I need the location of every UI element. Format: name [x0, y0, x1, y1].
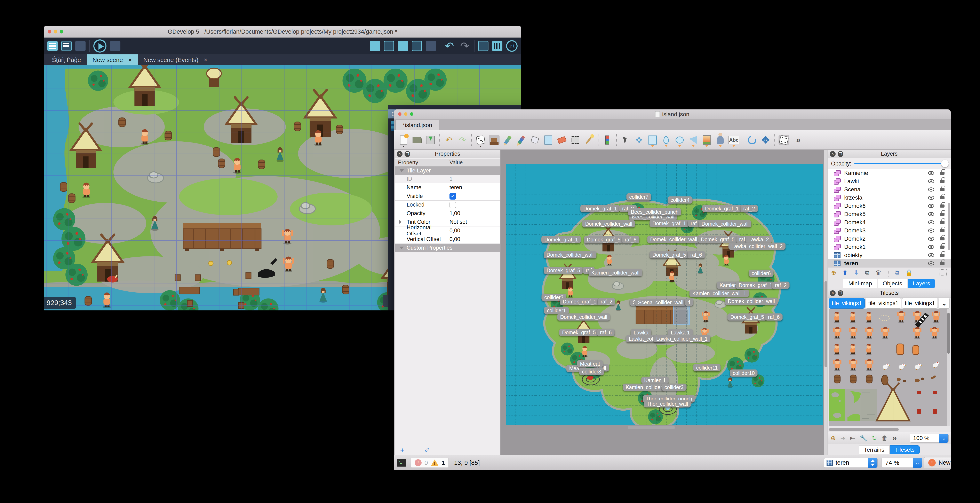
new-file-icon[interactable]: ⌄ — [398, 135, 409, 145]
float-panel-icon[interactable]: ❐ — [838, 151, 843, 157]
object-name-label[interactable]: collider6 — [749, 270, 774, 277]
new-layer-icon[interactable]: ⊕ — [831, 269, 836, 276]
object-name-label[interactable]: Domek_graf_5 — [559, 329, 599, 336]
export-icon[interactable] — [75, 41, 86, 51]
property-row[interactable]: Opacity 1,00 — [395, 209, 500, 218]
object-name-label[interactable]: Domek_graf_1 — [541, 236, 581, 243]
object-name-label[interactable]: collider8 — [579, 368, 604, 375]
select-object-icon[interactable] — [620, 135, 631, 145]
close-tab-icon[interactable]: × — [128, 56, 132, 64]
object-name-label[interactable]: Scena_collider_wall — [635, 299, 686, 306]
tileset-horizontal-scrollbar[interactable] — [829, 428, 947, 431]
events-list-icon[interactable] — [412, 41, 422, 51]
tileset-tab[interactable]: tile_vikings1 — [865, 298, 901, 308]
dice-random-icon[interactable] — [778, 135, 789, 145]
visibility-eye-icon[interactable] — [928, 228, 934, 233]
edit-property-icon[interactable] — [424, 446, 430, 454]
terrain-brush-icon[interactable] — [503, 135, 513, 145]
dock-tab[interactable]: Objects — [878, 279, 907, 288]
layer-row[interactable]: teren — [828, 259, 951, 267]
object-name-label[interactable]: Domek_graf_1 — [581, 205, 620, 212]
raise-layer-icon[interactable]: ⬆ — [842, 269, 848, 276]
object-name-label[interactable]: Domek_graf_5 — [584, 236, 623, 243]
open-file-icon[interactable] — [412, 135, 422, 145]
unlock-icon[interactable] — [940, 221, 945, 224]
object-name-label[interactable]: collider1 — [544, 307, 569, 314]
chevron-down-icon[interactable]: ⌄ — [913, 458, 922, 468]
dock-tab[interactable]: Mini-map — [843, 279, 877, 288]
console-icon[interactable]: >_ — [397, 459, 406, 467]
map-vertical-scrollbar[interactable] — [824, 150, 827, 455]
visibility-eye-icon[interactable] — [928, 245, 934, 249]
tileset-tab[interactable]: tile_vikings1 — [829, 298, 865, 308]
object-name-label[interactable]: Kamien_collider_wall — [589, 269, 642, 276]
object-name-label[interactable]: raf_2 — [772, 282, 790, 289]
project-manager-icon[interactable] — [48, 41, 58, 51]
random-mode-icon[interactable]: ⌄ — [475, 135, 486, 145]
unlock-icon[interactable] — [940, 180, 945, 183]
bucket-fill-icon[interactable] — [543, 135, 554, 145]
map-horizontal-scrollbar[interactable] — [501, 426, 824, 430]
open-project-icon[interactable] — [61, 41, 72, 51]
dock-tab[interactable]: Layers — [908, 279, 935, 288]
object-name-label[interactable]: raf_2 — [598, 298, 615, 305]
current-layer-dropdown[interactable]: teren — [824, 458, 878, 468]
object-name-label[interactable]: Domek_graf_1 — [560, 298, 599, 305]
object-name-label[interactable]: collider7 — [626, 193, 651, 200]
property-value[interactable]: 1 — [447, 175, 500, 183]
object-name-label[interactable]: Kamien_collider — [623, 383, 665, 391]
dock-tab[interactable]: Tilesets — [890, 445, 920, 454]
shape-fill-icon[interactable] — [530, 135, 540, 145]
visibility-eye-icon[interactable] — [928, 237, 934, 241]
object-name-label[interactable]: 4 — [684, 299, 693, 306]
visibility-eye-icon[interactable] — [928, 212, 934, 216]
layer-row[interactable]: Lawki — [828, 177, 951, 185]
property-row[interactable]: ID 1 — [395, 175, 500, 183]
layer-row[interactable]: krzesla — [828, 193, 951, 202]
news-button[interactable]: ! News — [924, 457, 951, 468]
object-name-label[interactable]: collider10 — [730, 370, 757, 377]
redo-icon[interactable]: ↷ — [459, 41, 471, 51]
duplicate-layer-icon[interactable]: ⧉ — [865, 269, 869, 276]
visibility-eye-icon[interactable] — [928, 179, 934, 183]
object-name-label[interactable]: Domek_graf_5 — [727, 313, 767, 321]
object-name-label[interactable]: Domek_collider_wall — [698, 220, 751, 227]
tileset-grid[interactable] — [829, 308, 947, 426]
object-name-label[interactable]: collider3 — [662, 383, 686, 391]
property-value[interactable]: Not set — [447, 218, 500, 226]
highlight-layer-icon[interactable] — [940, 269, 947, 276]
instances-icon[interactable] — [426, 41, 436, 51]
property-value[interactable] — [447, 192, 500, 200]
custom-properties-group-header[interactable]: Custom Properties — [395, 244, 500, 252]
object-name-label[interactable]: Lawka_collider_wall_2 — [729, 243, 786, 250]
remove-property-icon[interactable] — [413, 446, 417, 454]
unlock-icon[interactable] — [940, 246, 945, 249]
object-name-label[interactable]: Meat eat — [577, 360, 603, 367]
unlock-icon[interactable] — [940, 262, 945, 265]
fill-brush-icon[interactable] — [516, 135, 527, 145]
object-name-label[interactable]: Domek_collider_wall — [544, 251, 597, 258]
float-panel-icon[interactable]: ❐ — [838, 290, 843, 296]
insert-rectangle-icon[interactable] — [647, 135, 658, 145]
object-name-label[interactable]: Lawka_2 — [746, 236, 772, 243]
property-row[interactable]: Horizontal Offset 0,00 — [395, 227, 500, 235]
object-name-label[interactable]: raf_6 — [687, 251, 705, 258]
layer-row[interactable]: Kamienie — [828, 169, 951, 177]
close-panel-icon[interactable]: × — [830, 290, 835, 296]
layer-row[interactable]: Domek1 — [828, 243, 951, 251]
close-panel-icon[interactable]: × — [830, 151, 835, 157]
object-name-label[interactable]: Thor_collider_wall — [644, 400, 691, 407]
preview-play-button[interactable] — [93, 40, 107, 53]
overflow-icon[interactable]: » — [892, 433, 895, 442]
remove-tileset-icon[interactable]: 🗑 — [881, 434, 888, 442]
tileset-tab[interactable]: tile_vikings1 — [902, 298, 938, 308]
insert-text-icon[interactable]: Abc — [729, 135, 739, 145]
grid-icon[interactable] — [492, 41, 503, 51]
map-view[interactable]: collider7collider4Domek_graf_1raf_2Bees_… — [501, 150, 824, 455]
layer-row[interactable]: Domek3 — [828, 227, 951, 235]
object-name-label[interactable]: Kamien_collider_wall_1 — [689, 290, 749, 297]
map-zoom-dropdown[interactable]: 74 % ⌄ — [881, 458, 922, 468]
embed-tileset-icon[interactable]: ⇥ — [840, 434, 845, 442]
property-value[interactable] — [447, 201, 500, 209]
object-name-label[interactable]: Domek_graf_1 — [649, 220, 689, 227]
